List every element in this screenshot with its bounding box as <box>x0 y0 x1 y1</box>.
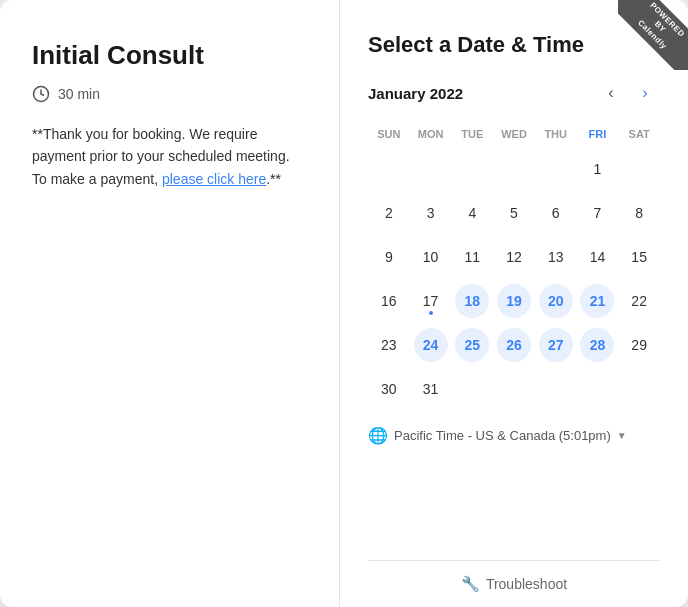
left-panel: Initial Consult 30 min **Thank you for b… <box>0 0 340 607</box>
calendar-cell: 10 <box>410 236 452 278</box>
calendly-badge-text: POWERED BYCalendly <box>618 0 688 70</box>
calendar-cell <box>410 148 452 190</box>
day-number: 16 <box>372 284 406 318</box>
calendar-cell: 1 <box>577 148 619 190</box>
calendar-cell <box>618 148 660 190</box>
calendar-cell: 17 <box>410 280 452 322</box>
timezone-selector[interactable]: 🌐 Pacific Time - US & Canada (5:01pm) ▼ <box>368 426 660 445</box>
day-number: 22 <box>622 284 656 318</box>
calendar-cell <box>493 148 535 190</box>
day-number: 1 <box>580 152 614 186</box>
day-number: 30 <box>372 372 406 406</box>
day-number: 5 <box>497 196 531 230</box>
day-number <box>414 152 448 186</box>
footer: 🔧 Troubleshoot <box>368 560 660 607</box>
day-number: 14 <box>580 240 614 274</box>
day-number <box>622 372 656 406</box>
select-title: Select a Date & Time <box>368 32 660 58</box>
day-number: 31 <box>414 372 448 406</box>
day-number <box>455 372 489 406</box>
globe-icon: 🌐 <box>368 426 388 445</box>
day-number[interactable]: 20 <box>539 284 573 318</box>
calendar-cell <box>535 148 577 190</box>
day-number: 3 <box>414 196 448 230</box>
calendar-cell: 22 <box>618 280 660 322</box>
calendly-badge: POWERED BYCalendly <box>618 0 688 70</box>
calendar-cell: 3 <box>410 192 452 234</box>
calendar-cell[interactable]: 24 <box>410 324 452 366</box>
day-number[interactable]: 27 <box>539 328 573 362</box>
wrench-icon: 🔧 <box>461 575 480 593</box>
calendar-cell: 16 <box>368 280 410 322</box>
day-number: 17 <box>414 284 448 318</box>
right-panel: Select a Date & Time January 2022 ‹ › SU… <box>340 0 688 607</box>
header-thu: THU <box>535 124 577 144</box>
clock-icon <box>32 85 50 103</box>
payment-link[interactable]: please click here <box>162 171 266 187</box>
calendar-cell: 14 <box>577 236 619 278</box>
calendar-cell: 6 <box>535 192 577 234</box>
nav-buttons: ‹ › <box>596 78 660 108</box>
calendar-cell <box>368 148 410 190</box>
calendar-cell[interactable]: 25 <box>451 324 493 366</box>
calendar-cell[interactable]: 19 <box>493 280 535 322</box>
calendar-cell[interactable]: 18 <box>451 280 493 322</box>
calendar-cell: 13 <box>535 236 577 278</box>
day-number[interactable]: 25 <box>455 328 489 362</box>
day-number[interactable]: 28 <box>580 328 614 362</box>
timezone-caret: ▼ <box>617 430 627 441</box>
day-number[interactable]: 26 <box>497 328 531 362</box>
calendar-cell[interactable]: 27 <box>535 324 577 366</box>
day-number[interactable]: 24 <box>414 328 448 362</box>
calendar-cell <box>493 368 535 410</box>
header-sun: SUN <box>368 124 410 144</box>
calendar: SUN MON TUE WED THU FRI SAT 123456789101… <box>368 124 660 410</box>
calendar-cell: 7 <box>577 192 619 234</box>
day-number <box>455 152 489 186</box>
calendar-cell <box>618 368 660 410</box>
day-number: 7 <box>580 196 614 230</box>
day-number: 13 <box>539 240 573 274</box>
calendar-cell: 15 <box>618 236 660 278</box>
day-number: 23 <box>372 328 406 362</box>
troubleshoot-label: Troubleshoot <box>486 576 567 592</box>
calendar-cell <box>451 148 493 190</box>
day-number <box>372 152 406 186</box>
day-number[interactable]: 19 <box>497 284 531 318</box>
calendar-cell[interactable]: 28 <box>577 324 619 366</box>
header-sat: SAT <box>618 124 660 144</box>
day-number: 2 <box>372 196 406 230</box>
day-number[interactable]: 18 <box>455 284 489 318</box>
day-number[interactable]: 21 <box>580 284 614 318</box>
day-number: 4 <box>455 196 489 230</box>
calendar-cell: 29 <box>618 324 660 366</box>
calendar-cell <box>535 368 577 410</box>
calendar-header: SUN MON TUE WED THU FRI SAT <box>368 124 660 144</box>
event-title: Initial Consult <box>32 40 307 71</box>
day-number: 12 <box>497 240 531 274</box>
day-number <box>497 152 531 186</box>
duration-row: 30 min <box>32 85 307 103</box>
header-wed: WED <box>493 124 535 144</box>
header-tue: TUE <box>451 124 493 144</box>
calendar-cell[interactable]: 26 <box>493 324 535 366</box>
booking-card: POWERED BYCalendly Initial Consult 30 mi… <box>0 0 688 607</box>
day-number <box>539 372 573 406</box>
timezone-label: Pacific Time - US & Canada (5:01pm) <box>394 428 611 443</box>
day-number: 9 <box>372 240 406 274</box>
calendar-cell <box>577 368 619 410</box>
calendar-cell[interactable]: 21 <box>577 280 619 322</box>
header-mon: MON <box>410 124 452 144</box>
calendar-cell: 30 <box>368 368 410 410</box>
day-number: 11 <box>455 240 489 274</box>
day-number: 29 <box>622 328 656 362</box>
calendar-cell[interactable]: 20 <box>535 280 577 322</box>
prev-month-button[interactable]: ‹ <box>596 78 626 108</box>
description: **Thank you for booking. We require paym… <box>32 123 307 190</box>
troubleshoot-button[interactable]: 🔧 Troubleshoot <box>461 575 567 593</box>
next-month-button[interactable]: › <box>630 78 660 108</box>
calendar-nav: January 2022 ‹ › <box>368 78 660 108</box>
day-number <box>539 152 573 186</box>
calendar-cell: 23 <box>368 324 410 366</box>
day-number: 8 <box>622 196 656 230</box>
